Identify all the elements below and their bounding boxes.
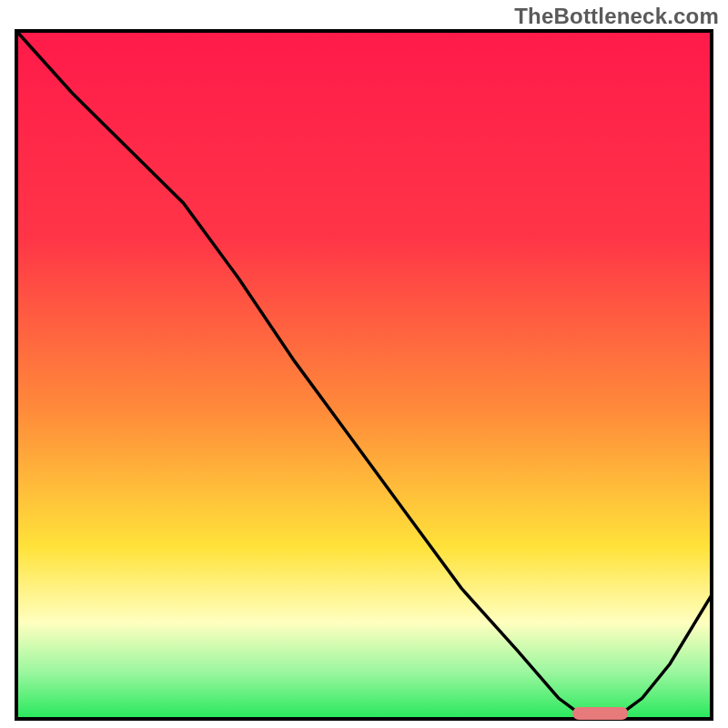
optimum-marker (572, 707, 628, 720)
bottleneck-chart (0, 0, 728, 728)
plot-area (16, 31, 712, 720)
chart-container: TheBottleneck.com (0, 0, 728, 728)
watermark-text: TheBottleneck.com (514, 4, 719, 29)
gradient-background (16, 31, 712, 719)
